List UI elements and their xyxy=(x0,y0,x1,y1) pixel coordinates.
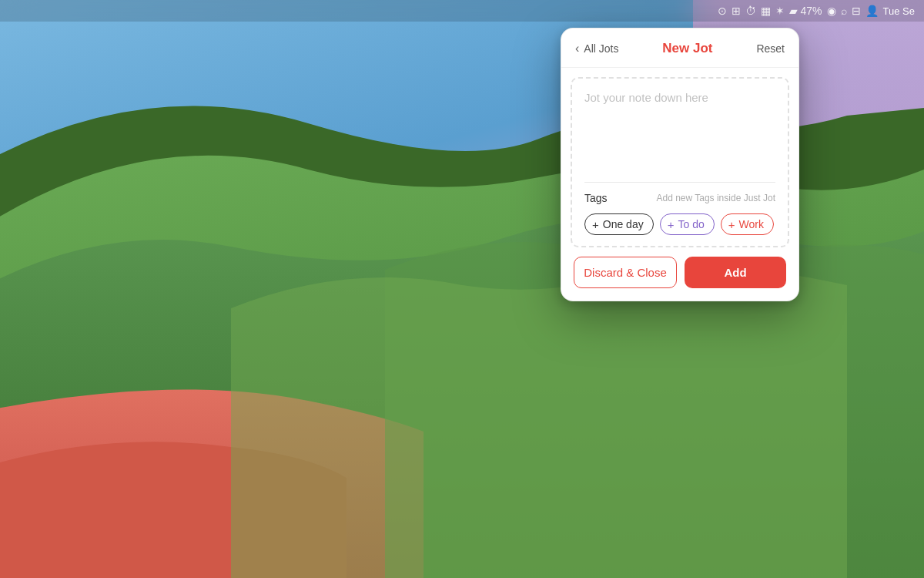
tags-hint: Add new Tags inside Just Jot xyxy=(656,193,775,203)
reset-button[interactable]: Reset xyxy=(756,42,785,55)
tag-chip-one-day[interactable]: + One day xyxy=(584,213,654,235)
menubar-icon-battery[interactable]: ▰ 47% xyxy=(789,5,822,17)
note-input[interactable] xyxy=(584,89,775,174)
add-button[interactable]: Add xyxy=(685,257,786,288)
tag-plus-icon: + xyxy=(592,219,599,230)
back-button[interactable]: ‹ All Jots xyxy=(575,42,618,55)
menubar: ⊙ ⊞ ⏱ ▦ ✶ ▰ 47% ◉ ⌕ ⊟ 👤 Tue Se xyxy=(0,0,924,22)
tags-list: + One day + To do + Work xyxy=(584,213,775,235)
note-divider xyxy=(584,182,775,183)
menubar-avatar[interactable]: 👤 xyxy=(865,5,879,17)
tag-plus-icon-3: + xyxy=(728,219,735,230)
tag-plus-icon-2: + xyxy=(668,219,675,230)
tag-label-one-day: One day xyxy=(603,218,644,230)
tag-chip-work[interactable]: + Work xyxy=(721,213,774,235)
note-area[interactable]: Tags Add new Tags inside Just Jot + One … xyxy=(571,77,789,247)
tag-label-work: Work xyxy=(738,218,763,230)
menubar-icon-control[interactable]: ⊟ xyxy=(852,5,861,17)
menubar-icons: ⊙ ⊞ ⏱ ▦ ✶ ▰ 47% ◉ ⌕ ⊟ 👤 Tue Se xyxy=(718,5,915,17)
menubar-time: Tue Se xyxy=(883,5,915,17)
menubar-icon-2[interactable]: ⊞ xyxy=(732,5,741,17)
dialog-footer: Discard & Close Add xyxy=(561,257,798,301)
menubar-icon-bluetooth[interactable]: ✶ xyxy=(775,5,785,17)
dialog-title: New Jot xyxy=(662,41,712,56)
dialog-header: ‹ All Jots New Jot Reset xyxy=(561,29,798,68)
chevron-left-icon: ‹ xyxy=(575,42,579,55)
tag-chip-to-do[interactable]: + To do xyxy=(660,213,715,235)
discard-button[interactable]: Discard & Close xyxy=(574,257,677,288)
menubar-icon-search[interactable]: ⌕ xyxy=(841,5,847,17)
tags-header: Tags Add new Tags inside Just Jot xyxy=(584,192,775,204)
dialog-arrow xyxy=(674,28,686,29)
new-jot-dialog: ‹ All Jots New Jot Reset Tags Add new Ta… xyxy=(561,28,799,301)
svg-marker-1 xyxy=(674,28,686,29)
menubar-icon-1[interactable]: ⊙ xyxy=(718,5,727,17)
tags-label: Tags xyxy=(584,192,608,204)
menubar-icon-timer[interactable]: ⏱ xyxy=(745,5,756,17)
tag-label-to-do: To do xyxy=(678,218,704,230)
menubar-icon-wifi[interactable]: ◉ xyxy=(827,5,836,17)
menubar-icon-3[interactable]: ▦ xyxy=(761,5,771,17)
back-label: All Jots xyxy=(584,42,618,55)
